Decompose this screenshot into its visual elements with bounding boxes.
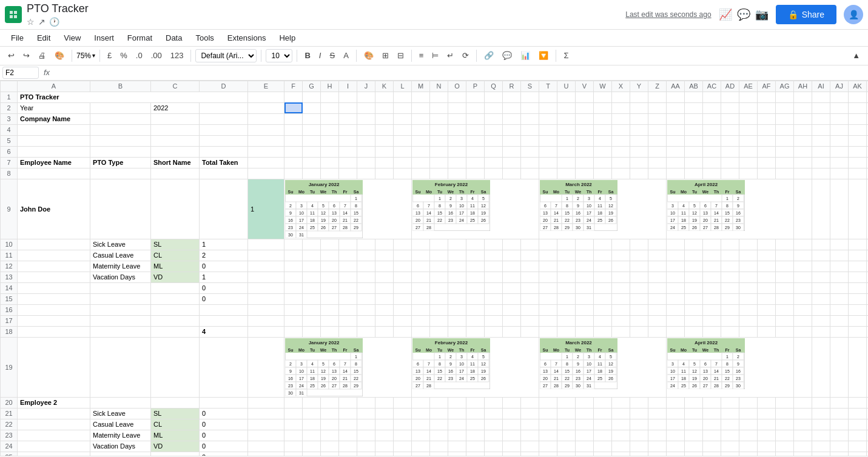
cell[interactable]	[321, 239, 339, 250]
cell[interactable]	[721, 157, 739, 168]
cell[interactable]	[648, 261, 667, 272]
menu-tools[interactable]: Tools	[189, 31, 220, 45]
cell[interactable]	[466, 397, 485, 408]
cell[interactable]	[90, 293, 151, 304]
cell[interactable]	[594, 293, 612, 304]
cell[interactable]: Year	[18, 102, 90, 113]
cell[interactable]	[248, 239, 284, 250]
cell[interactable]	[849, 135, 867, 146]
cell[interactable]	[576, 419, 594, 430]
cell[interactable]	[448, 239, 466, 250]
cell[interactable]	[466, 408, 485, 419]
cell[interactable]	[200, 397, 248, 408]
cell[interactable]	[758, 293, 776, 304]
col-header-P[interactable]: P	[466, 81, 485, 92]
cell[interactable]	[448, 315, 466, 326]
comment-button[interactable]: 💬	[499, 49, 515, 62]
cell[interactable]	[448, 102, 466, 113]
cell[interactable]	[794, 239, 812, 250]
cell[interactable]	[612, 250, 630, 261]
cell[interactable]	[412, 293, 430, 304]
cell[interactable]	[849, 326, 867, 337]
cell[interactable]: ML	[151, 261, 200, 272]
cell[interactable]	[539, 419, 557, 430]
cell[interactable]	[503, 92, 521, 102]
cell[interactable]	[794, 272, 812, 282]
cell[interactable]	[448, 304, 466, 315]
cell[interactable]	[849, 261, 867, 272]
cell[interactable]: Casual Leave	[90, 419, 151, 430]
cell[interactable]	[721, 261, 739, 272]
cell[interactable]	[648, 124, 667, 135]
col-header-X[interactable]: X	[612, 81, 630, 92]
cell[interactable]	[521, 250, 539, 261]
cell[interactable]	[375, 419, 394, 430]
cell[interactable]	[776, 102, 794, 113]
cell[interactable]	[685, 135, 703, 146]
cell[interactable]	[321, 408, 339, 419]
cell[interactable]	[394, 261, 412, 272]
cell[interactable]	[830, 179, 849, 239]
cell[interactable]	[557, 430, 576, 441]
cell[interactable]	[557, 293, 576, 304]
cell[interactable]	[394, 293, 412, 304]
cell[interactable]	[321, 157, 339, 168]
cell[interactable]	[758, 146, 776, 157]
cell[interactable]	[630, 92, 648, 102]
cell[interactable]	[339, 430, 357, 441]
cell[interactable]	[466, 293, 485, 304]
cell[interactable]	[667, 441, 685, 452]
menu-file[interactable]: File	[5, 31, 30, 45]
cell[interactable]	[667, 146, 685, 157]
cell[interactable]	[248, 304, 284, 315]
menu-insert[interactable]: Insert	[88, 31, 120, 45]
cell[interactable]	[375, 282, 394, 293]
cell[interactable]	[303, 113, 321, 124]
cell[interactable]	[303, 397, 321, 408]
cell[interactable]	[612, 92, 630, 102]
cell[interactable]	[539, 315, 557, 326]
cell[interactable]	[503, 272, 521, 282]
cell[interactable]	[394, 419, 412, 430]
cell[interactable]	[394, 92, 412, 102]
cell[interactable]	[849, 282, 867, 293]
cell[interactable]	[151, 293, 200, 304]
cell[interactable]	[412, 326, 430, 337]
cell[interactable]	[630, 168, 648, 179]
row-number[interactable]: 21	[1, 408, 18, 419]
cell[interactable]	[812, 250, 830, 261]
cell[interactable]: 2	[200, 250, 248, 261]
col-header-AJ[interactable]: AJ	[830, 81, 849, 92]
cell[interactable]	[849, 113, 867, 124]
cell[interactable]	[448, 124, 466, 135]
meet-icon[interactable]: 📷	[755, 8, 769, 21]
cell[interactable]	[703, 408, 721, 419]
cell[interactable]	[248, 337, 284, 397]
cell[interactable]	[448, 146, 466, 157]
cell[interactable]	[357, 326, 375, 337]
cell[interactable]	[284, 304, 303, 315]
cell[interactable]	[794, 92, 812, 102]
cell[interactable]	[612, 315, 630, 326]
cell[interactable]	[630, 441, 648, 452]
col-header-D[interactable]: D	[200, 81, 248, 92]
avatar[interactable]: 👤	[844, 5, 863, 24]
cell[interactable]	[200, 135, 248, 146]
cell[interactable]	[466, 304, 485, 315]
cell[interactable]	[794, 157, 812, 168]
cell[interactable]	[758, 304, 776, 315]
cell[interactable]	[321, 441, 339, 452]
cell[interactable]	[630, 113, 648, 124]
cell[interactable]	[758, 135, 776, 146]
cell[interactable]	[849, 239, 867, 250]
col-header-W[interactable]: W	[594, 81, 612, 92]
cell[interactable]	[685, 441, 703, 452]
cell[interactable]	[812, 315, 830, 326]
font-size-select[interactable]: 10	[266, 49, 292, 62]
cell[interactable]	[758, 315, 776, 326]
col-header-G[interactable]: G	[303, 81, 321, 92]
cell[interactable]	[648, 441, 667, 452]
cell[interactable]	[830, 157, 849, 168]
cell[interactable]	[503, 326, 521, 337]
cell[interactable]	[466, 272, 485, 282]
